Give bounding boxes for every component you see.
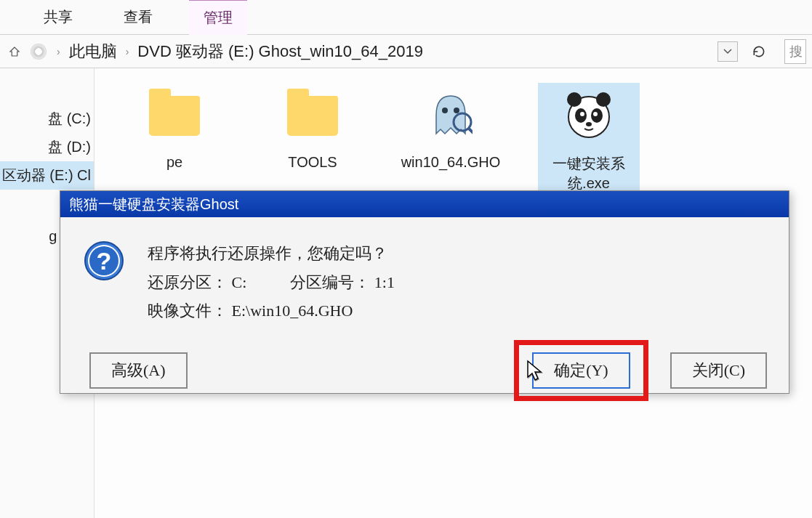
svg-line-3	[468, 128, 473, 134]
dialog-message: 程序将执行还原操作，您确定吗？ 还原分区： C: 分区编号： 1:1 映像文件：…	[148, 239, 395, 325]
crumb-pc[interactable]: 此电脑	[69, 41, 117, 62]
crumb-drive[interactable]: DVD 驱动器 (E:) Ghost_win10_64_2019	[137, 41, 423, 62]
dialog-line1: 程序将执行还原操作，您确定吗？	[148, 239, 395, 268]
ok-highlight-box: 确定(Y)	[514, 340, 648, 401]
advanced-button[interactable]: 高级(A)	[89, 352, 188, 389]
address-bar: › 此电脑 › DVD 驱动器 (E:) Ghost_win10_64_2019…	[0, 35, 812, 68]
svg-point-9	[580, 112, 584, 116]
ribbon-tabs: 共享 查看 管理	[0, 0, 812, 35]
svg-point-5	[567, 92, 582, 107]
panda-icon	[552, 83, 625, 148]
confirm-dialog: 熊猫一键硬盘安装器Ghost ? 程序将执行还原操作，您确定吗？ 还原分区： C…	[60, 190, 789, 394]
search-placeholder: 搜	[789, 43, 803, 60]
svg-point-0	[442, 108, 448, 113]
tab-manage[interactable]: 管理	[189, 0, 247, 35]
file-label: pe	[124, 154, 225, 171]
svg-text:?: ?	[97, 247, 112, 275]
file-tools[interactable]: TOOLS	[262, 83, 363, 171]
svg-point-6	[596, 92, 611, 107]
tab-share[interactable]: 共享	[29, 0, 87, 34]
svg-point-10	[593, 112, 598, 116]
file-gho[interactable]: win10_64.GHO	[400, 83, 502, 171]
image-label: 映像文件：	[148, 302, 228, 320]
folder-icon	[287, 96, 338, 136]
partno-value: 1:1	[374, 273, 395, 291]
disc-icon	[31, 44, 47, 60]
chevron-right-icon: ›	[57, 46, 60, 57]
dialog-titlebar[interactable]: 熊猫一键硬盘安装器Ghost	[60, 191, 789, 217]
folder-icon	[149, 96, 200, 136]
breadcrumb[interactable]: › 此电脑 › DVD 驱动器 (E:) Ghost_win10_64_2019	[54, 41, 715, 62]
file-pe[interactable]: pe	[124, 83, 225, 171]
image-value: E:\win10_64.GHO	[232, 302, 353, 320]
svg-point-11	[586, 122, 592, 126]
sidebar-item-c[interactable]: 盘 (C:)	[0, 105, 94, 133]
file-label: 一键安装系统.exe	[538, 154, 640, 193]
file-label: TOOLS	[262, 154, 363, 171]
question-icon: ?	[82, 239, 126, 283]
partno-label: 分区编号：	[290, 273, 370, 291]
search-input[interactable]: 搜	[784, 39, 806, 64]
sidebar-item-e[interactable]: 区动器 (E:) Cl	[0, 161, 94, 190]
up-button[interactable]	[6, 43, 23, 60]
partition-value: C:	[232, 273, 247, 291]
close-button[interactable]: 关闭(C)	[670, 352, 767, 389]
ghost-icon	[414, 83, 487, 148]
file-installer[interactable]: 一键安装系统.exe	[538, 83, 640, 193]
tab-view[interactable]: 查看	[109, 0, 167, 34]
chevron-right-icon: ›	[126, 46, 129, 57]
partition-label: 还原分区：	[148, 273, 228, 291]
dialog-title: 熊猫一键硬盘安装器Ghost	[69, 195, 238, 214]
svg-point-1	[454, 108, 459, 113]
sidebar-item-d[interactable]: 盘 (D:)	[0, 133, 94, 161]
ok-button[interactable]: 确定(Y)	[532, 352, 630, 389]
refresh-button[interactable]	[747, 39, 771, 64]
address-dropdown[interactable]	[717, 41, 738, 62]
file-label: win10_64.GHO	[400, 154, 502, 171]
